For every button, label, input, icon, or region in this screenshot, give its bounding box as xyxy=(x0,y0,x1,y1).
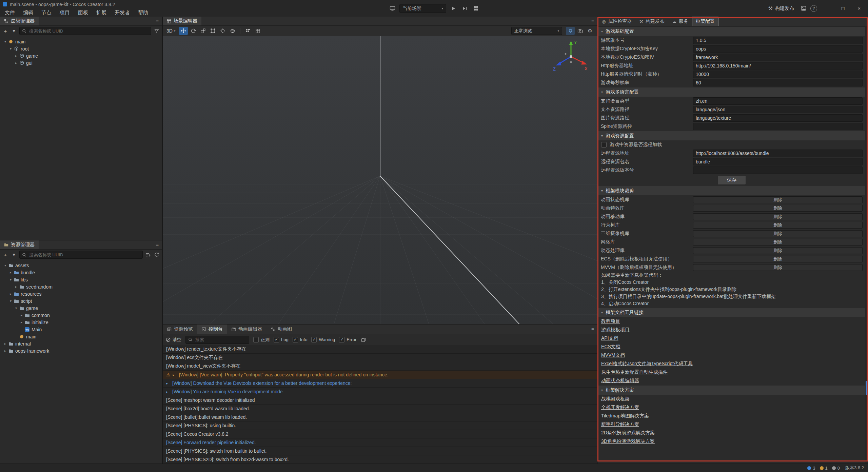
field-input-游戏每秒帧率[interactable] xyxy=(693,79,863,86)
filter-log[interactable]: Log xyxy=(274,337,289,342)
status-count[interactable]: 0 xyxy=(832,466,840,471)
view-mode-select[interactable]: 正常浏览 ▾ xyxy=(511,27,562,35)
panel-menu-icon[interactable]: ≡ xyxy=(588,327,597,332)
filter-info[interactable]: Info xyxy=(293,337,308,342)
mode-3d-button[interactable]: 3D ▾ xyxy=(166,28,178,34)
close-button[interactable]: × xyxy=(852,3,866,14)
link-游戏模板项目[interactable]: 游戏模板项目 xyxy=(601,327,630,333)
link-动画状态机编辑器[interactable]: 动画状态机编辑器 xyxy=(601,378,639,384)
panel-menu-icon[interactable]: ≡ xyxy=(153,242,162,248)
lighting-toggle-icon[interactable] xyxy=(566,27,575,35)
field-input-远程资源版本号[interactable] xyxy=(693,166,863,174)
console-tab-动画编辑器[interactable]: 动画编辑器 xyxy=(227,324,267,334)
delete-button-动态处理库[interactable]: 删除 xyxy=(693,247,863,254)
link-ECS文档[interactable]: ECS文档 xyxy=(601,344,620,350)
chevron-collapsed-icon[interactable]: ▸ xyxy=(14,61,19,65)
log-row[interactable]: [Scene] [box2d]:box2d wasm lib loaded. xyxy=(163,405,597,413)
field-input-图片资源路径[interactable] xyxy=(693,114,863,122)
link-Tiledmap地图解决方案[interactable]: Tiledmap地图解决方案 xyxy=(601,413,649,419)
camera-icon[interactable] xyxy=(576,27,585,35)
asset-item-game[interactable]: ▾game xyxy=(0,304,162,312)
delete-button-动画移动库[interactable]: 删除 xyxy=(693,213,863,220)
rect-tool-button[interactable] xyxy=(209,27,217,35)
asset-item-libs[interactable]: ▾libs xyxy=(0,276,162,283)
console-search-input[interactable] xyxy=(195,337,246,342)
log-row[interactable]: [Scene] meshopt wasm decoder initialized xyxy=(163,396,597,405)
checkbox[interactable] xyxy=(339,337,344,342)
checkbox[interactable] xyxy=(293,337,298,342)
chevron-expanded-icon[interactable]: ▾ xyxy=(14,306,19,310)
field-input-本地数据CryptoES加密IV[interactable] xyxy=(693,54,863,61)
link-战棋游戏框架[interactable]: 战棋游戏框架 xyxy=(601,396,630,402)
scene-select[interactable]: 当前场景 ▾ xyxy=(399,4,446,13)
asset-item-script[interactable]: ▾script xyxy=(0,297,162,304)
log-row[interactable]: [Scene] [PHYSICS]: switch from builtin t… xyxy=(163,447,597,455)
sort-icon[interactable] xyxy=(145,251,151,258)
hierarchy-item-game[interactable]: ▸game xyxy=(0,52,162,59)
asset-item-oops-framework[interactable]: ▸oops-framework xyxy=(0,347,162,354)
field-input-游戏版本号[interactable] xyxy=(693,37,863,44)
field-input-本地数据CryptoES加密Key[interactable] xyxy=(693,45,863,53)
hierarchy-search[interactable] xyxy=(19,27,151,35)
link-2D角色扮演游戏解决方案[interactable]: 2D角色扮演游戏解决方案 xyxy=(601,430,655,436)
section-header-框架文档工具链接[interactable]: ▾框架文档工具链接 xyxy=(598,308,865,317)
chevron-expanded-icon[interactable]: ▾ xyxy=(8,47,13,51)
preview-platform-icon[interactable] xyxy=(388,4,396,13)
add-node-button[interactable]: + xyxy=(2,27,8,35)
hierarchy-item-main[interactable]: ▾main xyxy=(0,38,162,45)
pivot-toggle-button[interactable] xyxy=(218,27,227,35)
link-全栈开发解决方案[interactable]: 全栈开发解决方案 xyxy=(601,405,639,411)
chevron-expanded-icon[interactable]: ▾ xyxy=(8,299,13,303)
log-row[interactable]: [Window] model_view文件夹不存在 xyxy=(163,362,597,371)
field-input-Http服务器请求超时（毫秒）[interactable] xyxy=(693,71,863,78)
assets-search[interactable] xyxy=(19,251,143,259)
inspector-scrollbar[interactable] xyxy=(865,26,868,464)
section-header-游戏基础配置[interactable]: ▾游戏基础配置 xyxy=(598,27,865,36)
field-input-Spine资源路径[interactable] xyxy=(693,123,863,130)
console-search[interactable] xyxy=(185,336,249,344)
asset-item-initialize[interactable]: ▸initialize xyxy=(0,319,162,326)
menu-扩展[interactable]: 扩展 xyxy=(92,8,111,17)
console-tab-动画图[interactable]: 动画图 xyxy=(267,324,296,334)
minimize-button[interactable]: — xyxy=(820,3,833,14)
menu-开发者[interactable]: 开发者 xyxy=(111,8,134,17)
copy-log-icon[interactable] xyxy=(360,336,367,343)
link-MVVM文档[interactable]: MVVM文档 xyxy=(601,352,625,358)
log-row[interactable]: [Window] ecs文件夹不存在 xyxy=(163,354,597,362)
chevron-expanded-icon[interactable]: ▾ xyxy=(3,263,8,267)
add-asset-button[interactable]: + xyxy=(2,251,8,258)
asset-item-seedrandom[interactable]: ▸seedrandom xyxy=(0,283,162,290)
field-input-远程资源包名[interactable] xyxy=(693,158,863,165)
inspector-tab-属性检查器[interactable]: ◎属性检查器 xyxy=(598,17,635,26)
log-row[interactable]: [Scene] [PHYSICS]: using builtin. xyxy=(163,421,597,430)
regex-checkbox[interactable]: 正则 xyxy=(253,337,270,343)
log-row[interactable]: ▸[Window] Download the Vue Devtools exte… xyxy=(163,379,597,388)
asset-item-resources[interactable]: ▸resources xyxy=(0,290,162,297)
scale-tool-button[interactable] xyxy=(199,27,208,35)
link-教程项目[interactable]: 教程项目 xyxy=(601,318,620,324)
field-input-文本资源路径[interactable] xyxy=(693,106,863,113)
field-input-远程资源地址[interactable] xyxy=(693,150,863,157)
move-tool-button[interactable] xyxy=(179,27,188,35)
hierarchy-item-gui[interactable]: ▸gui xyxy=(0,59,162,66)
step-frame-button[interactable] xyxy=(460,4,469,13)
chevron-collapsed-icon[interactable]: ▸ xyxy=(19,320,24,324)
status-count[interactable]: 1 xyxy=(820,466,828,471)
chevron-collapsed-icon[interactable]: ▸ xyxy=(8,271,13,274)
orientation-gizmo[interactable]: Y X Z xyxy=(551,37,591,75)
log-expand-chevron-icon[interactable]: ▸ xyxy=(173,373,177,377)
link-原生包热更新配置自动生成插件[interactable]: 原生包热更新配置自动生成插件 xyxy=(601,369,668,375)
remote-load-checkbox[interactable] xyxy=(601,142,607,148)
clear-console-button[interactable]: 清空 xyxy=(166,337,181,343)
menu-项目[interactable]: 项目 xyxy=(56,8,74,17)
inspector-tab-框架配置[interactable]: 框架配置 xyxy=(692,17,718,26)
menu-文件[interactable]: 文件 xyxy=(1,8,19,17)
log-row[interactable]: [Scene] Cocos Creator v3.8.2 xyxy=(163,430,597,438)
section-header-游戏资源配置[interactable]: ▾游戏资源配置 xyxy=(598,131,865,140)
scrollbar-thumb[interactable] xyxy=(866,381,868,395)
console-tab-资源预览[interactable]: 资源预览 xyxy=(163,324,197,334)
coordinate-toggle-button[interactable] xyxy=(228,27,237,35)
chevron-expanded-icon[interactable]: ▾ xyxy=(8,278,13,281)
section-header-框架模块裁剪[interactable]: ▾框架模块裁剪 xyxy=(598,186,865,195)
asset-item-Main[interactable]: TSMain xyxy=(0,326,162,333)
